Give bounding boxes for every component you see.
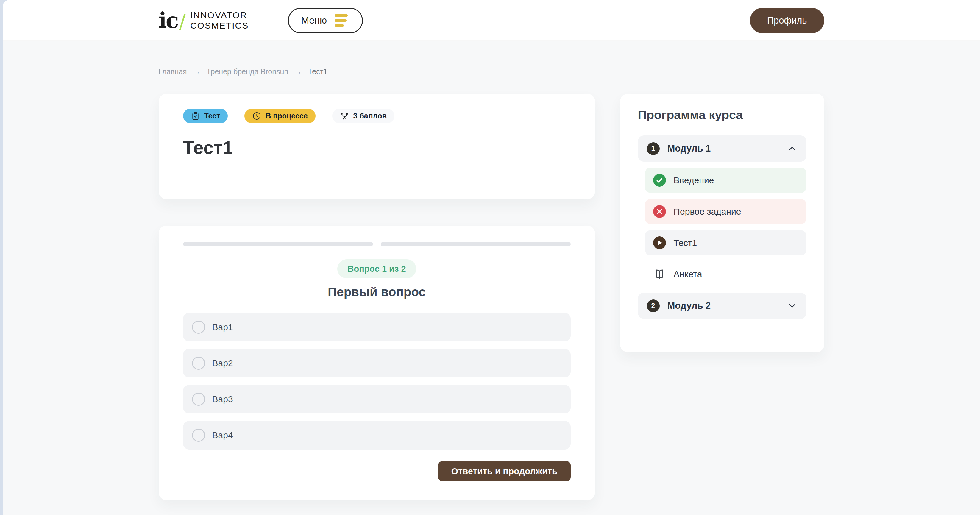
lesson-item-pervoe-zadanie[interactable]: Первое задание [645,199,807,224]
lesson-item-anketa[interactable]: Анкета [645,261,807,287]
lesson-type-badge: Тест [183,109,228,123]
radio-icon[interactable] [192,429,205,442]
course-program-title: Программа курса [638,108,807,122]
page-sheet: ic/ INNOVATOR COSMETICS Меню Профиль Гла… [3,0,980,515]
lesson-points-badge: 3 баллов [332,109,395,123]
lesson-title: Тест1 [183,137,571,158]
logo-wordmark-line2: COSMETICS [190,21,248,31]
module-number-badge: 1 [647,142,660,155]
module-row-1[interactable]: 1 Модуль 1 [638,135,807,162]
lesson-item-label: Введение [674,175,714,186]
play-circle-icon [653,236,666,249]
lesson-item-test1[interactable]: Тест1 [645,230,807,256]
quiz-card: Вопрос 1 из 2 Первый вопрос Вар1 Вар2 [159,226,595,500]
lesson-item-vvedenie[interactable]: Введение [645,168,807,193]
lesson-status-badge-label: В процессе [266,111,307,120]
radio-icon[interactable] [192,321,205,334]
logo-wordmark-line1: INNOVATOR [190,10,248,21]
module-row-2[interactable]: 2 Модуль 2 [638,292,807,319]
hamburger-icon [335,14,350,27]
course-program-column: Программа курса 1 Модуль 1 [620,94,824,352]
chevron-up-icon [787,143,797,154]
answer-option[interactable]: Вар4 [183,421,571,450]
header: ic/ INNOVATOR COSMETICS Меню Профиль [3,0,980,41]
lesson-column: Тест В процессе [159,94,595,500]
logo[interactable]: ic/ INNOVATOR COSMETICS [159,10,249,31]
answer-options: Вар1 Вар2 Вар3 Вар4 [183,313,571,450]
lesson-header-card: Тест В процессе [159,94,595,199]
progress-segment [381,242,571,246]
lesson-type-badge-label: Тест [204,111,220,120]
clipboard-check-icon [191,111,200,121]
module-label: Модуль 1 [667,143,779,154]
module-number-badge: 2 [647,299,660,312]
breadcrumb-arrow-icon: → [294,67,302,76]
quiz-progress [183,242,571,246]
menu-button-label: Меню [301,15,327,26]
breadcrumb: Главная → Тренер бренда Bronsun → Тест1 [159,67,824,76]
profile-button-label: Профиль [767,15,807,26]
lesson-item-label: Анкета [674,269,702,279]
logo-slash-icon: / [179,12,185,31]
logo-mark-text: ic [159,10,178,31]
breadcrumb-home[interactable]: Главная [159,67,187,76]
question-counter-badge: Вопрос 1 из 2 [337,259,416,278]
x-circle-icon [653,205,666,218]
module-label: Модуль 2 [667,300,779,311]
lesson-item-label: Первое задание [674,207,741,217]
answer-option-label: Вар3 [212,394,233,404]
module-1-items: Введение Первое задание Те [645,168,807,287]
logo-mark: ic/ [159,10,185,31]
check-circle-icon [653,174,666,187]
main-content: Главная → Тренер бренда Bronsun → Тест1 [159,67,824,500]
lesson-status-badge: В процессе [244,109,315,123]
answer-option[interactable]: Вар3 [183,385,571,413]
radio-icon[interactable] [192,357,205,370]
book-icon [653,268,666,280]
breadcrumb-arrow-icon: → [193,67,200,76]
trophy-icon [340,111,349,121]
answer-option-label: Вар4 [212,430,233,440]
lesson-badges: Тест В процессе [183,109,571,123]
lesson-item-label: Тест1 [674,238,697,248]
answer-option-label: Вар1 [212,322,233,332]
answer-continue-button[interactable]: Ответить и продолжить [438,461,571,482]
profile-button[interactable]: Профиль [750,8,824,33]
breadcrumb-course[interactable]: Тренер бренда Bronsun [207,67,288,76]
answer-option[interactable]: Вар1 [183,313,571,342]
radio-icon[interactable] [192,393,205,406]
answer-option[interactable]: Вар2 [183,349,571,377]
menu-button[interactable]: Меню [288,8,363,33]
lesson-points-badge-label: 3 баллов [353,111,387,120]
progress-segment [183,242,373,246]
clock-icon [252,111,261,121]
course-program-card: Программа курса 1 Модуль 1 [620,94,824,352]
logo-wordmark: INNOVATOR COSMETICS [190,10,248,31]
breadcrumb-current: Тест1 [308,67,328,76]
answer-option-label: Вар2 [212,358,233,368]
chevron-down-icon [787,300,797,311]
question-title: Первый вопрос [183,285,571,299]
